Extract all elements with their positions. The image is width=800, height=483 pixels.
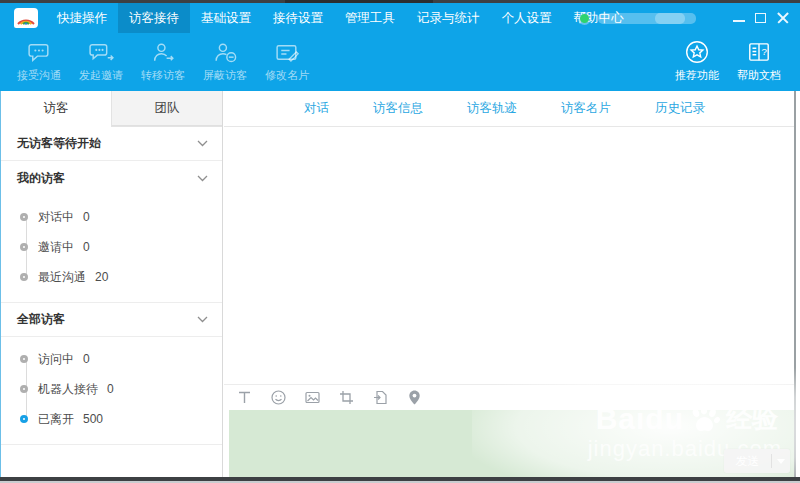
- sidebar-item-count: 0: [83, 210, 90, 224]
- toolbar-label: 转移访客: [141, 68, 185, 83]
- sidebar-item-count: 500: [83, 412, 103, 426]
- sidebar-item-left[interactable]: 已离开 500: [1, 404, 222, 434]
- sidebar-item-count: 0: [107, 382, 114, 396]
- status-bullet-icon: [20, 355, 28, 363]
- status-bullet-icon: [20, 213, 28, 221]
- send-button-label: 发送: [724, 453, 771, 470]
- tab-history[interactable]: 历史记录: [655, 100, 705, 117]
- minimize-icon: [733, 20, 745, 22]
- chat-invite-icon: [88, 39, 115, 66]
- help-doc-icon: ?: [746, 39, 773, 66]
- sidebar-tabs: 访客 团队: [1, 91, 222, 127]
- send-invite-button[interactable]: 发起邀请: [70, 37, 132, 89]
- chevron-down-icon: [197, 175, 208, 182]
- app-logo-icon: [14, 8, 38, 28]
- recommended-features-button[interactable]: 推荐功能: [666, 37, 728, 89]
- toolbar-label: 帮助文档: [737, 68, 781, 83]
- chevron-down-icon: [197, 316, 208, 323]
- chevron-down-icon: [197, 140, 208, 147]
- toolbar-label: 屏蔽访客: [203, 68, 247, 83]
- main-tabs: 对话 访客信息 访客轨迹 访客名片 历史记录: [224, 91, 794, 127]
- status-bullet-icon: [20, 385, 28, 393]
- close-button[interactable]: [774, 10, 792, 26]
- accept-chat-button[interactable]: 接受沟通: [8, 37, 70, 89]
- edit-card-button[interactable]: 修改名片: [256, 37, 318, 89]
- sidebar-item-label: 最近沟通: [38, 269, 86, 286]
- tab-visitors[interactable]: 访客: [1, 91, 111, 127]
- composer-toolbar: [224, 384, 794, 410]
- location-icon[interactable]: [406, 389, 423, 406]
- toolbar-label: 修改名片: [265, 68, 309, 83]
- titlebar: 快捷操作 访客接待 基础设置 接待设置 管理工具 记录与统计 个人设置 帮助中心: [0, 3, 800, 33]
- menu-item-visitor-reception[interactable]: 访客接待: [118, 3, 190, 33]
- sidebar-item-robot-reception[interactable]: 机器人接待 0: [1, 374, 222, 404]
- section-all-visitors[interactable]: 全部访客: [1, 303, 222, 337]
- chat-accept-icon: [26, 39, 53, 66]
- section-my-visitors[interactable]: 我的访客: [1, 161, 222, 195]
- section-title: 无访客等待开始: [17, 135, 101, 152]
- account-status[interactable]: [580, 13, 696, 24]
- sidebar-item-count: 0: [83, 240, 90, 254]
- screenshot-icon[interactable]: [338, 389, 355, 406]
- sidebar-item-count: 0: [83, 352, 90, 366]
- send-button[interactable]: 发送: [724, 449, 790, 473]
- toolbar-right-group: 推荐功能 ? 帮助文档: [666, 37, 790, 89]
- my-visitors-group: 对话中 0 邀请中 0 最近沟通 20: [1, 195, 222, 303]
- main-menu: 快捷操作 访客接待 基础设置 接待设置 管理工具 记录与统计 个人设置 帮助中心: [46, 3, 635, 33]
- file-send-icon[interactable]: [372, 389, 389, 406]
- toolbar-label: 发起邀请: [79, 68, 123, 83]
- menu-item-management-tools[interactable]: 管理工具: [334, 3, 406, 33]
- background-window-title-blur: [285, 0, 433, 3]
- status-bullet-icon: [20, 273, 28, 281]
- message-input-area[interactable]: [229, 410, 794, 477]
- online-status-icon: [580, 14, 589, 23]
- menu-item-quick-actions[interactable]: 快捷操作: [46, 3, 118, 33]
- sidebar-item-visiting[interactable]: 访问中 0: [1, 344, 222, 374]
- toolbar-label: 接受沟通: [17, 68, 61, 83]
- sidebar-item-recent-chats[interactable]: 最近沟通 20: [1, 262, 222, 292]
- help-docs-button[interactable]: ? 帮助文档: [728, 37, 790, 89]
- account-name-blurred: [598, 13, 696, 24]
- emoji-icon[interactable]: [270, 389, 287, 406]
- block-visitor-button[interactable]: 屏蔽访客: [194, 37, 256, 89]
- maximize-icon: [755, 13, 766, 23]
- minimize-button[interactable]: [730, 10, 748, 26]
- menu-item-basic-settings[interactable]: 基础设置: [190, 3, 262, 33]
- star-circle-icon: [684, 39, 711, 66]
- edit-card-icon: [274, 39, 301, 66]
- tab-visitor-info[interactable]: 访客信息: [373, 100, 423, 117]
- window-right-border: [794, 91, 796, 477]
- section-no-visitor-waiting[interactable]: 无访客等待开始: [1, 127, 222, 161]
- menu-item-reception-settings[interactable]: 接待设置: [262, 3, 334, 33]
- send-options-button[interactable]: [772, 459, 790, 464]
- window-body: 访客 团队 无访客等待开始 我的访客 对话中: [0, 91, 800, 477]
- visitor-sidebar: 访客 团队 无访客等待开始 我的访客 对话中: [1, 91, 223, 477]
- all-visitors-group: 访问中 0 机器人接待 0 已离开 500: [1, 337, 222, 445]
- transfer-visitor-button[interactable]: 转移访客: [132, 37, 194, 89]
- tab-visitor-trail[interactable]: 访客轨迹: [467, 100, 517, 117]
- tab-conversation[interactable]: 对话: [304, 100, 329, 117]
- sidebar-item-count: 20: [95, 270, 108, 284]
- chat-message-area: [224, 127, 794, 384]
- window-bottom-border: [0, 477, 800, 483]
- sidebar-item-label: 机器人接待: [38, 381, 98, 398]
- menu-item-records-statistics[interactable]: 记录与统计: [406, 3, 491, 33]
- tab-visitor-card[interactable]: 访客名片: [561, 100, 611, 117]
- sidebar-item-in-conversation[interactable]: 对话中 0: [1, 202, 222, 232]
- section-title: 我的访客: [17, 170, 65, 187]
- maximize-button[interactable]: [752, 10, 770, 26]
- transfer-visitor-icon: [150, 39, 177, 66]
- window-top-border: [0, 0, 800, 3]
- sidebar-item-label: 邀请中: [38, 239, 74, 256]
- svg-text:?: ?: [761, 46, 767, 57]
- image-icon[interactable]: [304, 389, 321, 406]
- tab-team[interactable]: 团队: [111, 91, 222, 126]
- menu-item-personal-settings[interactable]: 个人设置: [491, 3, 563, 33]
- sidebar-item-inviting[interactable]: 邀请中 0: [1, 232, 222, 262]
- action-toolbar: 接受沟通 发起邀请: [0, 33, 800, 91]
- status-bullet-selected-icon: [20, 415, 28, 423]
- sidebar-item-label: 对话中: [38, 209, 74, 226]
- text-format-icon[interactable]: [236, 389, 253, 406]
- caret-down-icon: [777, 459, 785, 464]
- app-window: 快捷操作 访客接待 基础设置 接待设置 管理工具 记录与统计 个人设置 帮助中心: [0, 0, 800, 483]
